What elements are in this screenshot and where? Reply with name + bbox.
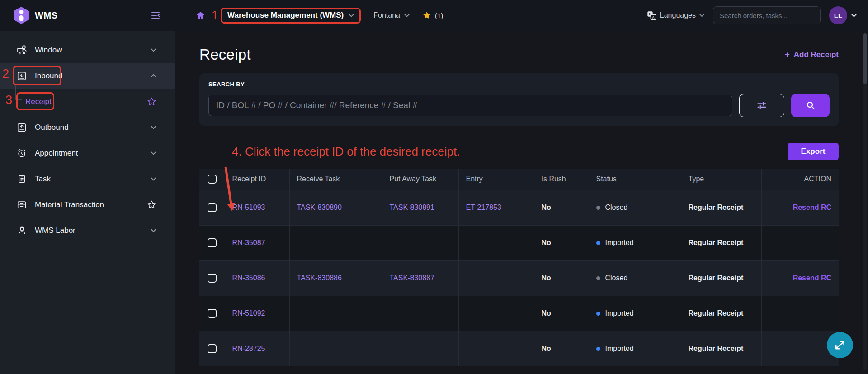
annotation-number: 3 bbox=[5, 93, 12, 107]
filter-button[interactable] bbox=[739, 94, 784, 117]
site-selector-dropdown[interactable]: Fontana bbox=[373, 11, 410, 19]
expand-button[interactable] bbox=[827, 332, 853, 358]
header-status: Status bbox=[589, 169, 681, 190]
sidebar-item-appointment[interactable]: Appointment bbox=[0, 140, 175, 166]
page-scrollbar[interactable] bbox=[863, 33, 867, 370]
star-icon[interactable] bbox=[147, 200, 156, 209]
status-label: Imported bbox=[605, 345, 634, 352]
status-dot bbox=[596, 276, 600, 280]
put-away-task-link[interactable]: TASK-830891 bbox=[390, 204, 434, 211]
inbound-icon bbox=[16, 71, 27, 81]
status-dot bbox=[596, 347, 600, 351]
receive-task-cell: TASK-830890 bbox=[289, 190, 382, 225]
put-away-task-cell: TASK-830887 bbox=[382, 260, 458, 296]
chevron-down-icon[interactable] bbox=[151, 177, 156, 181]
checkbox-cell bbox=[199, 296, 225, 331]
type-cell: Regular Receipt bbox=[681, 225, 761, 260]
status-cell: Imported bbox=[589, 296, 681, 331]
is-rush-cell: No bbox=[534, 260, 589, 296]
receipt-id-link[interactable]: RN-35086 bbox=[232, 274, 265, 282]
receipt-id-link[interactable]: RN-51092 bbox=[232, 309, 265, 317]
status-dot bbox=[596, 312, 600, 316]
home-icon[interactable] bbox=[195, 10, 206, 21]
window-icon bbox=[16, 45, 27, 56]
languages-dropdown[interactable]: G A Languages bbox=[647, 11, 704, 20]
global-search-input[interactable] bbox=[713, 6, 821, 24]
table-header-row: Receipt ID Receive Task Put Away Task En… bbox=[199, 169, 839, 190]
row-checkbox[interactable] bbox=[208, 344, 217, 353]
action-cell: Resend RC bbox=[761, 190, 839, 225]
module-selector-dropdown[interactable]: Warehouse Management (WMS) bbox=[221, 8, 361, 24]
receive-task-link[interactable]: TASK-830886 bbox=[297, 274, 342, 282]
sidebar-item-label: Window bbox=[35, 46, 62, 55]
sidebar-item-receipt[interactable]: Receipt3 bbox=[0, 89, 175, 114]
material-transaction-icon bbox=[16, 199, 27, 210]
table-row: RN-51093TASK-830890TASK-830891ET-217853N… bbox=[199, 190, 839, 225]
header-type: Type bbox=[681, 169, 761, 190]
export-button[interactable]: Export bbox=[788, 143, 839, 160]
receipt-search-input[interactable] bbox=[208, 95, 732, 116]
entry-cell: ET-217853 bbox=[458, 190, 534, 225]
receipt-id-link[interactable]: RN-51093 bbox=[232, 204, 265, 211]
type-cell: Regular Receipt bbox=[681, 296, 761, 331]
add-receipt-button[interactable]: + Add Receipt bbox=[785, 50, 839, 60]
receipt-id-link[interactable]: RN-28725 bbox=[232, 345, 265, 352]
status-cell: Imported bbox=[589, 225, 681, 260]
languages-label: Languages bbox=[660, 11, 696, 19]
chevron-down-icon[interactable] bbox=[151, 125, 156, 129]
task-icon bbox=[16, 174, 27, 185]
expand-icon bbox=[834, 339, 846, 351]
row-checkbox[interactable] bbox=[208, 238, 217, 247]
chevron-up-icon[interactable] bbox=[151, 74, 156, 78]
scrollbar-thumb[interactable] bbox=[863, 33, 867, 84]
entry-link[interactable]: ET-217853 bbox=[466, 204, 501, 211]
sidebar-item-wms-labor[interactable]: WMS Labor bbox=[0, 218, 175, 243]
sidebar-item-material-transaction[interactable]: Material Transaction bbox=[0, 192, 175, 218]
star-icon[interactable] bbox=[147, 97, 156, 106]
receipts-table: Receipt ID Receive Task Put Away Task En… bbox=[199, 169, 839, 366]
tree-connector-line bbox=[15, 85, 22, 100]
search-panel: SEARCH BY bbox=[199, 73, 839, 126]
row-checkbox[interactable] bbox=[208, 309, 217, 318]
select-all-checkbox[interactable] bbox=[208, 175, 217, 184]
status-dot bbox=[596, 206, 600, 210]
header-receive-task: Receive Task bbox=[289, 169, 382, 190]
row-checkbox[interactable] bbox=[208, 274, 217, 283]
sidebar-item-window[interactable]: Window bbox=[0, 37, 175, 63]
status-label: Imported bbox=[605, 309, 634, 317]
topbar: WMS 1 Warehouse Management (WMS) Fontana… bbox=[0, 0, 868, 31]
receipt-id-link[interactable]: RN-35087 bbox=[232, 239, 265, 246]
wms-labor-icon bbox=[16, 225, 27, 236]
sidebar-item-label: Task bbox=[35, 175, 51, 184]
resend-rc-link[interactable]: Resend RC bbox=[793, 274, 831, 282]
sidebar-item-task[interactable]: Task bbox=[0, 166, 175, 192]
sidebar-item-inbound[interactable]: Inbound2 bbox=[0, 63, 175, 89]
receive-task-link[interactable]: TASK-830890 bbox=[297, 204, 342, 211]
chevron-down-icon[interactable] bbox=[151, 48, 156, 52]
row-checkbox[interactable] bbox=[208, 203, 217, 212]
sidebar-item-outbound[interactable]: Outbound bbox=[0, 114, 175, 140]
chevron-down-icon bbox=[349, 14, 354, 17]
resend-rc-link[interactable]: Resend RC bbox=[793, 204, 831, 211]
chevron-down-icon bbox=[699, 14, 704, 17]
put-away-task-link[interactable]: TASK-830887 bbox=[390, 274, 434, 282]
main-content: Receipt + Add Receipt SEARCH BY 4. Click… bbox=[175, 31, 868, 374]
checkbox-cell bbox=[199, 331, 225, 366]
sidebar-collapse-icon[interactable] bbox=[150, 10, 161, 21]
user-menu[interactable]: LL bbox=[829, 6, 857, 24]
type-cell: Regular Receipt bbox=[681, 190, 761, 225]
star-icon bbox=[422, 11, 431, 20]
is-rush-cell: No bbox=[534, 331, 589, 366]
chevron-down-icon bbox=[851, 14, 857, 17]
is-rush-cell: No bbox=[534, 225, 589, 260]
header-is-rush: Is Rush bbox=[534, 169, 589, 190]
chevron-down-icon[interactable] bbox=[151, 151, 156, 155]
receipt-id-cell: RN-51093 bbox=[225, 190, 289, 225]
avatar[interactable]: LL bbox=[829, 6, 847, 24]
receipt-id-cell: RN-28725 bbox=[225, 331, 289, 366]
header-checkbox-cell bbox=[199, 169, 225, 190]
sidebar-item-label: Outbound bbox=[35, 123, 69, 132]
chevron-down-icon[interactable] bbox=[151, 228, 156, 232]
favorites-group[interactable]: (1) bbox=[422, 11, 443, 20]
search-button[interactable] bbox=[791, 94, 830, 117]
